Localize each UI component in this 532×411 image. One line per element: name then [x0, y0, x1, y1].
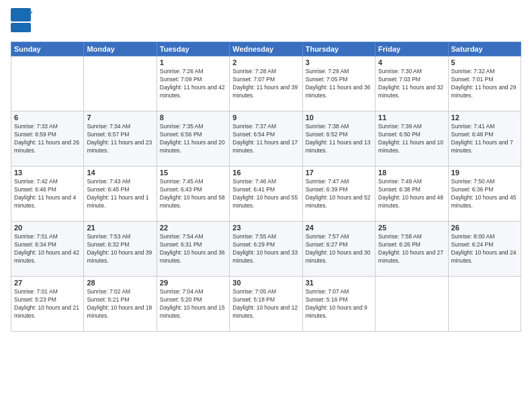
weekday-header-thursday: Thursday: [302, 42, 375, 56]
calendar-cell: 11Sunrise: 7:39 AM Sunset: 6:50 PM Dayli…: [375, 111, 448, 167]
calendar-cell: 18Sunrise: 7:49 AM Sunset: 6:38 PM Dayli…: [375, 167, 448, 222]
calendar-cell: [84, 56, 157, 111]
page-header: [11, 8, 521, 36]
day-info: Sunrise: 7:35 AM Sunset: 6:56 PM Dayligh…: [160, 123, 226, 155]
calendar-cell: 1Sunrise: 7:26 AM Sunset: 7:09 PM Daylig…: [157, 56, 229, 111]
day-info: Sunrise: 7:42 AM Sunset: 6:46 PM Dayligh…: [14, 178, 81, 210]
calendar-cell: 31Sunrise: 7:07 AM Sunset: 5:16 PM Dayli…: [302, 277, 375, 332]
day-number: 6: [14, 113, 81, 122]
day-info: Sunrise: 7:38 AM Sunset: 6:52 PM Dayligh…: [306, 123, 372, 155]
day-number: 2: [232, 58, 299, 66]
calendar-cell: [375, 277, 448, 332]
day-info: Sunrise: 7:37 AM Sunset: 6:54 PM Dayligh…: [232, 123, 299, 155]
day-info: Sunrise: 7:34 AM Sunset: 6:57 PM Dayligh…: [87, 123, 153, 155]
weekday-header-friday: Friday: [375, 42, 448, 56]
day-info: Sunrise: 7:29 AM Sunset: 7:05 PM Dayligh…: [306, 68, 372, 100]
calendar-cell: [11, 56, 84, 111]
day-number: 19: [451, 169, 518, 177]
logo-icon: [11, 8, 32, 34]
calendar-cell: 25Sunrise: 7:58 AM Sunset: 6:26 PM Dayli…: [375, 222, 448, 277]
day-info: Sunrise: 7:30 AM Sunset: 7:03 PM Dayligh…: [378, 68, 445, 100]
day-number: 14: [87, 169, 153, 177]
calendar-cell: 16Sunrise: 7:46 AM Sunset: 6:41 PM Dayli…: [230, 167, 302, 222]
calendar-cell: 29Sunrise: 7:04 AM Sunset: 5:20 PM Dayli…: [157, 277, 229, 332]
day-number: 15: [160, 169, 226, 177]
day-number: 28: [87, 279, 153, 287]
calendar-cell: 24Sunrise: 7:57 AM Sunset: 6:27 PM Dayli…: [302, 222, 375, 277]
day-number: 13: [14, 169, 81, 177]
day-number: 22: [160, 224, 226, 232]
day-info: Sunrise: 7:49 AM Sunset: 6:38 PM Dayligh…: [378, 178, 445, 210]
day-info: Sunrise: 7:57 AM Sunset: 6:27 PM Dayligh…: [306, 233, 372, 265]
calendar-cell: 6Sunrise: 7:33 AM Sunset: 6:59 PM Daylig…: [11, 111, 84, 167]
day-info: Sunrise: 7:51 AM Sunset: 6:34 PM Dayligh…: [14, 233, 81, 265]
day-info: Sunrise: 7:07 AM Sunset: 5:16 PM Dayligh…: [306, 288, 372, 320]
day-number: 8: [160, 113, 226, 122]
calendar-cell: 26Sunrise: 8:00 AM Sunset: 6:24 PM Dayli…: [448, 222, 521, 277]
calendar-cell: 7Sunrise: 7:34 AM Sunset: 6:57 PM Daylig…: [84, 111, 157, 167]
calendar-cell: 28Sunrise: 7:02 AM Sunset: 5:21 PM Dayli…: [84, 277, 157, 332]
calendar-cell: 8Sunrise: 7:35 AM Sunset: 6:56 PM Daylig…: [157, 111, 229, 167]
day-number: 7: [87, 113, 153, 122]
day-number: 26: [451, 224, 518, 232]
calendar-cell: 9Sunrise: 7:37 AM Sunset: 6:54 PM Daylig…: [230, 111, 302, 167]
day-info: Sunrise: 7:46 AM Sunset: 6:41 PM Dayligh…: [232, 178, 299, 210]
calendar-cell: 15Sunrise: 7:45 AM Sunset: 6:43 PM Dayli…: [157, 167, 229, 222]
svg-rect-0: [11, 8, 31, 21]
day-number: 1: [160, 58, 226, 66]
day-number: 25: [378, 224, 445, 232]
day-info: Sunrise: 7:04 AM Sunset: 5:20 PM Dayligh…: [160, 288, 226, 320]
calendar-cell: 23Sunrise: 7:55 AM Sunset: 6:29 PM Dayli…: [230, 222, 302, 277]
calendar-cell: 30Sunrise: 7:05 AM Sunset: 5:18 PM Dayli…: [230, 277, 302, 332]
day-number: 24: [306, 224, 372, 232]
day-number: 11: [378, 113, 445, 122]
weekday-header-wednesday: Wednesday: [230, 42, 302, 56]
day-number: 23: [232, 224, 299, 232]
day-info: Sunrise: 7:54 AM Sunset: 6:31 PM Dayligh…: [160, 233, 226, 265]
weekday-header-saturday: Saturday: [448, 42, 521, 56]
calendar-cell: 14Sunrise: 7:43 AM Sunset: 6:45 PM Dayli…: [84, 167, 157, 222]
day-number: 16: [232, 169, 299, 177]
day-info: Sunrise: 7:01 AM Sunset: 5:23 PM Dayligh…: [14, 288, 81, 320]
logo: [11, 8, 35, 36]
calendar-cell: 21Sunrise: 7:53 AM Sunset: 6:32 PM Dayli…: [84, 222, 157, 277]
day-number: 20: [14, 224, 81, 232]
calendar-cell: 2Sunrise: 7:28 AM Sunset: 7:07 PM Daylig…: [230, 56, 302, 111]
day-number: 21: [87, 224, 153, 232]
weekday-header-sunday: Sunday: [11, 42, 84, 56]
day-info: Sunrise: 7:26 AM Sunset: 7:09 PM Dayligh…: [160, 68, 226, 100]
calendar-cell: 17Sunrise: 7:47 AM Sunset: 6:39 PM Dayli…: [302, 167, 375, 222]
calendar-cell: 27Sunrise: 7:01 AM Sunset: 5:23 PM Dayli…: [11, 277, 84, 332]
day-number: 4: [378, 58, 445, 66]
day-info: Sunrise: 7:02 AM Sunset: 5:21 PM Dayligh…: [87, 288, 153, 320]
svg-rect-1: [11, 23, 31, 32]
calendar-cell: 12Sunrise: 7:41 AM Sunset: 6:48 PM Dayli…: [448, 111, 521, 167]
day-info: Sunrise: 7:53 AM Sunset: 6:32 PM Dayligh…: [87, 233, 153, 265]
day-number: 17: [306, 169, 372, 177]
calendar-cell: 10Sunrise: 7:38 AM Sunset: 6:52 PM Dayli…: [302, 111, 375, 167]
day-number: 29: [160, 279, 226, 287]
day-info: Sunrise: 7:47 AM Sunset: 6:39 PM Dayligh…: [306, 178, 372, 210]
day-info: Sunrise: 7:39 AM Sunset: 6:50 PM Dayligh…: [378, 123, 445, 155]
day-info: Sunrise: 7:05 AM Sunset: 5:18 PM Dayligh…: [232, 288, 299, 320]
day-number: 9: [232, 113, 299, 122]
calendar-cell: 4Sunrise: 7:30 AM Sunset: 7:03 PM Daylig…: [375, 56, 448, 111]
day-number: 27: [14, 279, 81, 287]
day-info: Sunrise: 7:43 AM Sunset: 6:45 PM Dayligh…: [87, 178, 153, 210]
day-info: Sunrise: 7:45 AM Sunset: 6:43 PM Dayligh…: [160, 178, 226, 210]
calendar-cell: 19Sunrise: 7:50 AM Sunset: 6:36 PM Dayli…: [448, 167, 521, 222]
calendar: SundayMondayTuesdayWednesdayThursdayFrid…: [11, 42, 521, 332]
day-info: Sunrise: 7:33 AM Sunset: 6:59 PM Dayligh…: [14, 123, 81, 155]
calendar-cell: 22Sunrise: 7:54 AM Sunset: 6:31 PM Dayli…: [157, 222, 229, 277]
day-info: Sunrise: 7:58 AM Sunset: 6:26 PM Dayligh…: [378, 233, 445, 265]
calendar-cell: 20Sunrise: 7:51 AM Sunset: 6:34 PM Dayli…: [11, 222, 84, 277]
day-info: Sunrise: 7:32 AM Sunset: 7:01 PM Dayligh…: [451, 68, 518, 100]
day-info: Sunrise: 7:50 AM Sunset: 6:36 PM Dayligh…: [451, 178, 518, 210]
day-number: 31: [306, 279, 372, 287]
calendar-cell: 5Sunrise: 7:32 AM Sunset: 7:01 PM Daylig…: [448, 56, 521, 111]
calendar-cell: 13Sunrise: 7:42 AM Sunset: 6:46 PM Dayli…: [11, 167, 84, 222]
day-number: 12: [451, 113, 518, 122]
day-number: 3: [306, 58, 372, 66]
weekday-header-monday: Monday: [84, 42, 157, 56]
day-number: 10: [306, 113, 372, 122]
